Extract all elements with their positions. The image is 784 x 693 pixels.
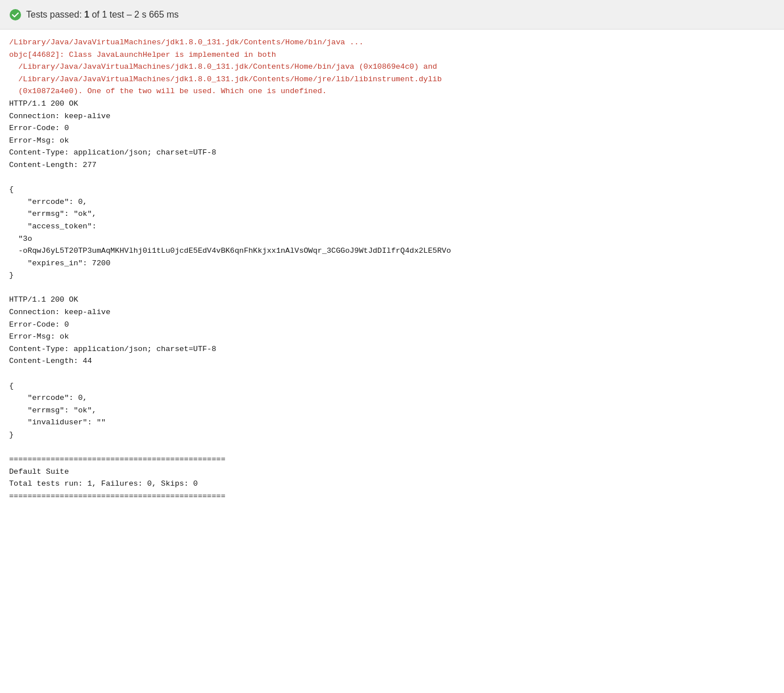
- output-line: Connection: keep-alive: [9, 110, 775, 123]
- check-circle-icon: [9, 9, 22, 21]
- output-line: Content-Type: application/json; charset=…: [9, 147, 775, 159]
- output-line: ========================================…: [9, 453, 775, 466]
- output-line: "access_token":: [9, 220, 775, 233]
- output-area: /Library/Java/JavaVirtualMachines/jdk1.8…: [0, 30, 784, 693]
- output-line: Total tests run: 1, Failures: 0, Skips: …: [9, 478, 775, 490]
- output-line: /Library/Java/JavaVirtualMachines/jdk1.8…: [9, 36, 775, 49]
- output-line: ========================================…: [9, 490, 775, 503]
- output-line: Error-Msg: ok: [9, 331, 775, 343]
- output-line: "expires_in": 7200: [9, 257, 775, 270]
- output-line: Error-Code: 0: [9, 319, 775, 331]
- output-line: HTTP/1.1 200 OK: [9, 98, 775, 110]
- output-line: "errmsg": "ok",: [9, 208, 775, 220]
- output-line: Error-Msg: ok: [9, 135, 775, 147]
- output-line: -oRqwJ6yL5T20TP3umAqMKHVlhj0i1tLu0jcdE5E…: [9, 245, 775, 257]
- output-line: "errcode": 0,: [9, 196, 775, 208]
- output-line: "invaliduser": "": [9, 416, 775, 429]
- output-line: Error-Code: 0: [9, 122, 775, 135]
- svg-point-0: [10, 9, 21, 20]
- output-line: Default Suite: [9, 466, 775, 478]
- header-text: Tests passed: 1 of 1 test – 2 s 665 ms: [26, 10, 179, 20]
- output-line: }: [9, 269, 775, 282]
- output-line: "errcode": 0,: [9, 392, 775, 404]
- output-line: [9, 368, 775, 380]
- output-line: }: [9, 429, 775, 441]
- output-line: (0x10872a4e0). One of the two will be us…: [9, 85, 775, 98]
- output-line: objc[44682]: Class JavaLaunchHelper is i…: [9, 49, 775, 61]
- output-line: [9, 441, 775, 454]
- output-line: /Library/Java/JavaVirtualMachines/jdk1.8…: [9, 73, 775, 86]
- header-bar: Tests passed: 1 of 1 test – 2 s 665 ms: [0, 0, 784, 30]
- output-line: {: [9, 183, 775, 196]
- output-line: {: [9, 380, 775, 393]
- output-line: "3o: [9, 233, 775, 245]
- output-line: /Library/Java/JavaVirtualMachines/jdk1.8…: [9, 61, 775, 73]
- output-line: "errmsg": "ok",: [9, 404, 775, 417]
- output-line: Connection: keep-alive: [9, 306, 775, 319]
- output-line: Content-Length: 277: [9, 159, 775, 172]
- output-line: HTTP/1.1 200 OK: [9, 294, 775, 306]
- output-line: Content-Length: 44: [9, 355, 775, 368]
- output-line: Content-Type: application/json; charset=…: [9, 343, 775, 356]
- passed-count: 1: [84, 10, 89, 19]
- output-line: [9, 282, 775, 294]
- output-line: [9, 172, 775, 184]
